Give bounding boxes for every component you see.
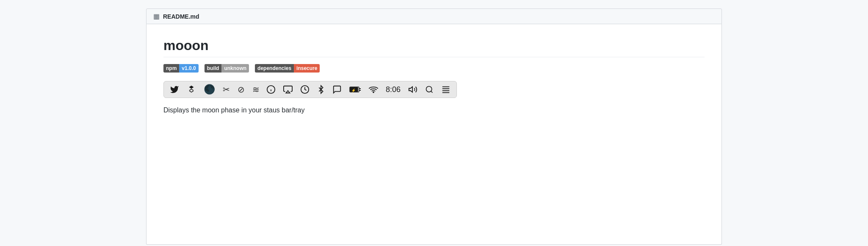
npm-badge[interactable]: npm v1.0.0 <box>163 64 199 73</box>
time-display: 8:06 <box>386 85 401 94</box>
bluetooth-icon[interactable] <box>317 85 325 94</box>
svg-point-10 <box>373 92 374 93</box>
volume-icon[interactable] <box>408 85 417 94</box>
build-badge-status: unknown <box>221 64 249 73</box>
svg-point-12 <box>426 87 432 92</box>
menubar: 🌑 ✂ ⊘ ≋ <box>163 81 457 98</box>
zap-icon[interactable]: ≋ <box>252 84 259 95</box>
dependencies-badge-status: insecure <box>294 64 320 73</box>
file-header: ▦ README.md <box>146 8 722 24</box>
svg-marker-3 <box>286 91 290 93</box>
build-badge-label: build <box>205 64 222 73</box>
info-icon[interactable] <box>266 85 276 94</box>
svg-line-13 <box>431 91 433 93</box>
build-badge[interactable]: build unknown <box>205 64 249 73</box>
file-name: README.md <box>163 13 199 20</box>
file-content: mooon npm v1.0.0 build unknown dependenc… <box>146 24 722 245</box>
readme-title: mooon <box>163 38 705 57</box>
twitter-icon[interactable] <box>170 85 179 94</box>
messages-icon[interactable] <box>332 85 342 94</box>
moon-icon[interactable]: 🌑 <box>204 84 215 95</box>
dependencies-badge-label: dependencies <box>255 64 294 73</box>
badges-row: npm v1.0.0 build unknown dependencies in… <box>163 64 705 73</box>
svg-text:⚡: ⚡ <box>351 88 356 92</box>
menu-icon[interactable] <box>441 85 451 94</box>
battery-icon[interactable]: ⚡ <box>349 86 361 93</box>
search-icon[interactable] <box>425 85 434 94</box>
npm-badge-label: npm <box>163 64 179 73</box>
scissors-icon[interactable]: ✂ <box>223 84 230 95</box>
npm-badge-version: v1.0.0 <box>179 64 198 73</box>
svg-marker-11 <box>409 87 412 92</box>
airplay-icon[interactable] <box>283 85 293 94</box>
time-machine-icon[interactable] <box>300 85 310 94</box>
file-icon: ▦ <box>153 12 160 20</box>
dependencies-badge[interactable]: dependencies insecure <box>255 64 320 73</box>
no-sign-icon[interactable]: ⊘ <box>238 84 245 95</box>
wifi-icon[interactable] <box>369 86 378 93</box>
dropbox-icon[interactable] <box>187 85 196 94</box>
readme-description: Displays the moon phase in your staus ba… <box>163 106 705 114</box>
